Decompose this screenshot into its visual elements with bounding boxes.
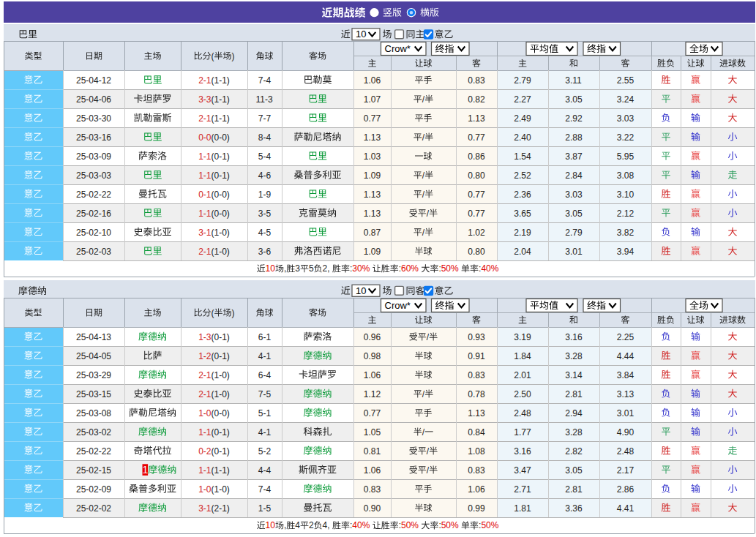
svg-text:3.14: 3.14 bbox=[565, 370, 583, 380]
svg-text:2.52: 2.52 bbox=[514, 170, 531, 181]
svg-text:(1-1): (1-1) bbox=[212, 75, 230, 86]
svg-text:1.08: 1.08 bbox=[468, 446, 485, 457]
svg-text:3-1: 3-1 bbox=[198, 228, 212, 238]
svg-text:,: , bbox=[284, 520, 286, 530]
svg-text:10: 10 bbox=[356, 285, 366, 296]
svg-text:0.83: 0.83 bbox=[468, 370, 485, 380]
svg-text:1.06: 1.06 bbox=[364, 75, 381, 86]
svg-text:2.94: 2.94 bbox=[565, 408, 583, 418]
svg-text:1.07: 1.07 bbox=[364, 94, 381, 105]
svg-text:1-5: 1-5 bbox=[258, 503, 272, 514]
svg-text:2.81: 2.81 bbox=[565, 389, 583, 399]
svg-text:2.88: 2.88 bbox=[565, 132, 583, 143]
svg-text:2.36: 2.36 bbox=[514, 189, 531, 200]
svg-text:30%: 30% bbox=[352, 263, 370, 274]
svg-text:0.77: 0.77 bbox=[468, 189, 485, 200]
svg-text:0.90: 0.90 bbox=[364, 503, 381, 514]
svg-text:25-03-09: 25-03-09 bbox=[76, 151, 111, 162]
svg-text:3.24: 3.24 bbox=[617, 94, 635, 105]
svg-text:1.12: 1.12 bbox=[364, 389, 381, 399]
svg-text:25-04-12: 25-04-12 bbox=[76, 75, 111, 86]
svg-text:2.50: 2.50 bbox=[514, 389, 531, 399]
svg-text:50%: 50% bbox=[401, 520, 419, 530]
svg-text:2.19: 2.19 bbox=[514, 228, 531, 238]
svg-text:(: ( bbox=[212, 308, 214, 318]
svg-text:1.09: 1.09 bbox=[364, 170, 381, 181]
svg-text:60%: 60% bbox=[401, 263, 419, 274]
svg-text:0.80: 0.80 bbox=[468, 247, 485, 257]
svg-text:(0-1): (0-1) bbox=[212, 351, 230, 361]
svg-text:(1-1): (1-1) bbox=[212, 94, 230, 105]
svg-text:Crow*: Crow* bbox=[385, 300, 411, 311]
svg-text:2.27: 2.27 bbox=[514, 94, 531, 105]
svg-text:0.77: 0.77 bbox=[364, 113, 381, 124]
svg-text:25-02-10: 25-02-10 bbox=[76, 228, 111, 238]
svg-text:25-04-06: 25-04-06 bbox=[76, 94, 111, 105]
svg-text:3.65: 3.65 bbox=[514, 209, 531, 219]
svg-text:25-03-29: 25-03-29 bbox=[76, 370, 111, 380]
svg-text:4.44: 4.44 bbox=[617, 351, 635, 361]
svg-text:2.79: 2.79 bbox=[514, 75, 531, 86]
svg-text:25-03-02: 25-03-02 bbox=[76, 427, 111, 438]
svg-text:3.87: 3.87 bbox=[565, 151, 583, 162]
svg-text:): ) bbox=[232, 308, 235, 318]
svg-text:25-02-02: 25-02-02 bbox=[76, 503, 111, 514]
svg-text:1.06: 1.06 bbox=[364, 465, 381, 476]
svg-text:3.36: 3.36 bbox=[565, 503, 583, 514]
svg-text:2.84: 2.84 bbox=[565, 170, 583, 181]
svg-text:1.84: 1.84 bbox=[514, 351, 531, 361]
svg-text:2.48: 2.48 bbox=[514, 408, 531, 418]
svg-text:0.78: 0.78 bbox=[468, 389, 485, 399]
svg-text:1-3: 1-3 bbox=[198, 332, 212, 342]
svg-text:2-1: 2-1 bbox=[198, 113, 212, 124]
svg-text:2.12: 2.12 bbox=[617, 209, 635, 219]
svg-text:2.17: 2.17 bbox=[617, 465, 635, 476]
svg-text:25-04-05: 25-04-05 bbox=[76, 351, 111, 361]
svg-text:1.03: 1.03 bbox=[364, 151, 381, 162]
svg-text:3.05: 3.05 bbox=[565, 209, 583, 219]
svg-text:3.22: 3.22 bbox=[617, 132, 635, 143]
svg-text:6-1: 6-1 bbox=[258, 332, 272, 342]
svg-text:1.77: 1.77 bbox=[514, 427, 531, 438]
svg-text:5: 5 bbox=[309, 263, 314, 274]
svg-text:0.80: 0.80 bbox=[468, 170, 485, 181]
svg-text:(: ( bbox=[212, 51, 214, 61]
svg-text:(0-1): (0-1) bbox=[212, 170, 230, 181]
svg-text:3.13: 3.13 bbox=[617, 389, 635, 399]
svg-text:4-1: 4-1 bbox=[258, 351, 272, 361]
svg-text:1.54: 1.54 bbox=[514, 151, 531, 162]
svg-text:(0-0): (0-0) bbox=[212, 209, 230, 219]
svg-text:2.25: 2.25 bbox=[617, 332, 635, 342]
svg-text:0.99: 0.99 bbox=[468, 503, 485, 514]
svg-text:25-03-15: 25-03-15 bbox=[76, 389, 111, 399]
svg-text:50%: 50% bbox=[481, 520, 498, 530]
svg-text:25-02-16: 25-02-16 bbox=[76, 209, 111, 219]
svg-text:2.79: 2.79 bbox=[565, 228, 583, 238]
svg-text:25-02-09: 25-02-09 bbox=[76, 484, 111, 495]
svg-text:2.71: 2.71 bbox=[514, 484, 531, 495]
svg-text:1.09: 1.09 bbox=[364, 247, 381, 257]
svg-text:25-03-03: 25-03-03 bbox=[76, 170, 111, 181]
svg-text:2.86: 2.86 bbox=[617, 484, 635, 495]
svg-text:2.49: 2.49 bbox=[514, 113, 531, 124]
svg-text:3.01: 3.01 bbox=[565, 247, 583, 257]
svg-text:40%: 40% bbox=[352, 520, 370, 530]
svg-text:1-1: 1-1 bbox=[198, 170, 212, 181]
svg-text:(1-0): (1-0) bbox=[212, 484, 230, 495]
svg-text:3-3: 3-3 bbox=[198, 94, 212, 105]
svg-text:1.06: 1.06 bbox=[364, 370, 381, 380]
svg-text:11-3: 11-3 bbox=[256, 94, 273, 105]
svg-text:2,: 2, bbox=[323, 263, 330, 274]
svg-text:2.01: 2.01 bbox=[514, 370, 531, 380]
svg-text:7-7: 7-7 bbox=[258, 113, 272, 124]
svg-text:0.98: 0.98 bbox=[364, 351, 381, 361]
svg-text:(0-1): (0-1) bbox=[212, 427, 230, 438]
svg-text:3.05: 3.05 bbox=[565, 94, 583, 105]
svg-text:1-1: 1-1 bbox=[198, 427, 212, 438]
svg-text:3.03: 3.03 bbox=[617, 113, 635, 124]
svg-text:(2-1): (2-1) bbox=[212, 503, 230, 514]
svg-text:0-0: 0-0 bbox=[198, 132, 212, 143]
svg-text:0.83: 0.83 bbox=[468, 465, 485, 476]
svg-text:0.93: 0.93 bbox=[468, 332, 485, 342]
svg-text:3.11: 3.11 bbox=[565, 75, 582, 86]
